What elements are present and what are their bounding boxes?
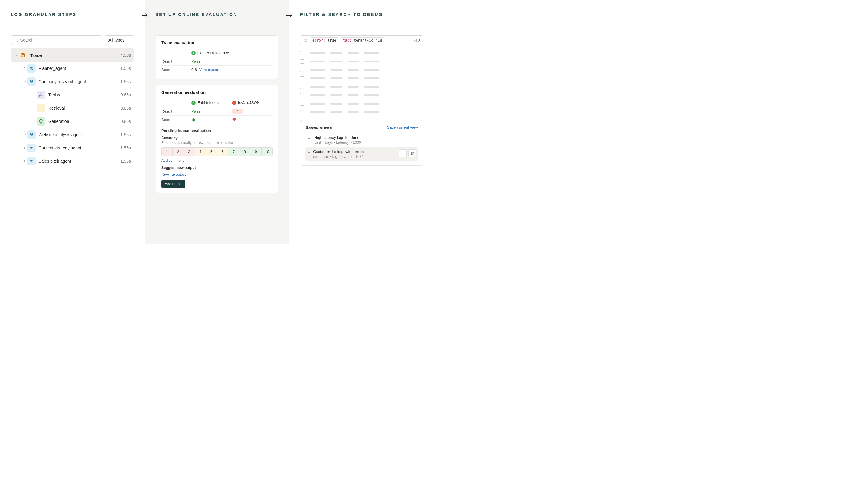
checkbox[interactable] (300, 110, 304, 114)
rating-button[interactable]: 2 (173, 148, 184, 156)
rating-button[interactable]: 4 (195, 148, 206, 156)
tree-row-label: Content strategy agent (38, 145, 121, 150)
arrow-icon (141, 12, 148, 19)
pending-eval-title: Pending human evaluation (161, 128, 273, 133)
saved-view-title: Customer 1's logs with errors (313, 150, 396, 154)
metric-label: isValidJSON (238, 100, 260, 105)
tree-row-time: 1.55s (121, 66, 131, 71)
skeleton-row (300, 110, 423, 114)
filter-chip-error[interactable]: error: true (310, 37, 338, 43)
trace-eval-title: Trace evaluation (161, 40, 273, 45)
result-fail-badge: Fail (232, 109, 243, 113)
divider (156, 27, 278, 27)
tree-row-time: 1.55s (121, 132, 131, 137)
accuracy-label: Accuracy (161, 136, 273, 140)
view-reason-link[interactable]: View reason (199, 68, 219, 72)
rewrite-output-link[interactable]: Re-write output (161, 172, 273, 176)
agent-icon (27, 157, 36, 165)
filter-search-bar[interactable]: error: true tag: tenant-id=418 RT0 (300, 35, 423, 45)
svg-point-0 (15, 38, 17, 41)
agent-icon (27, 77, 36, 86)
search-input[interactable]: Search (11, 35, 102, 45)
result-value: Pass (191, 109, 200, 113)
search-icon (304, 38, 308, 42)
row-label-score: Score (161, 67, 191, 72)
tree-row-label: Company research agent (38, 79, 121, 84)
arrow-icon (286, 12, 293, 19)
rating-buttons: 12345678910 (161, 147, 273, 156)
filter-chip-tag[interactable]: tag: tenant-id=418 (341, 37, 384, 43)
agent-icon (27, 144, 36, 152)
checkbox[interactable] (300, 76, 304, 80)
search-icon (14, 38, 19, 42)
tree-row-label: Retrieval (48, 106, 121, 110)
add-rating-button[interactable]: Add rating (161, 180, 185, 188)
rating-button[interactable]: 8 (239, 148, 250, 156)
rating-button[interactable]: 1 (161, 148, 173, 156)
checkbox[interactable] (300, 59, 304, 64)
chevron-down-icon[interactable] (14, 53, 19, 57)
rt0-label: RT0 (413, 38, 420, 42)
checkbox[interactable] (300, 85, 304, 89)
gen-icon (37, 117, 45, 126)
panel-log-steps: LOG GRANULAR STEPS Search All types Trac… (0, 0, 145, 244)
bookmark-icon (307, 135, 311, 140)
generation-eval-title: Generation evaluation (161, 90, 273, 95)
saved-views-title: Saved views (305, 125, 332, 130)
tree-row[interactable]: Content strategy agent1.55s (11, 141, 134, 155)
agent-icon (27, 64, 36, 73)
saved-view-item[interactable]: High latency logs for June Last 7 days •… (305, 133, 418, 147)
saved-views-card: Saved views Save current view High laten… (300, 120, 423, 166)
metric-label: Context relevance (197, 51, 229, 55)
tree-row[interactable]: Company research agent1.55s (11, 75, 134, 88)
tree-row-time: 1.55s (121, 159, 131, 164)
checkbox[interactable] (300, 68, 304, 72)
delete-button[interactable] (408, 150, 416, 157)
chevron-down-icon (126, 38, 130, 42)
chevron-right-icon[interactable] (22, 146, 27, 150)
tree-row[interactable]: Trace4.50s (11, 48, 134, 62)
divider (11, 27, 134, 27)
checkbox[interactable] (300, 51, 304, 55)
skeleton-row (300, 85, 423, 89)
thumbs-down-icon[interactable] (232, 118, 236, 122)
skeleton-row (300, 76, 423, 80)
add-comment-link[interactable]: Add comment (161, 158, 273, 163)
chevron-right-icon[interactable] (22, 67, 27, 70)
thumbs-up-icon[interactable] (191, 118, 195, 122)
tree-row-time: 0.85s (121, 119, 131, 124)
tool-icon (37, 91, 45, 99)
tree-row[interactable]: Website analysis agent1.55s (11, 128, 134, 141)
suggest-output-label: Suggest new output (161, 166, 273, 170)
chevron-down-icon[interactable] (22, 80, 27, 84)
rating-button[interactable]: 7 (228, 148, 239, 156)
saved-view-subtitle: Last 7 days • Latency > 1000 (314, 140, 361, 144)
chevron-right-icon[interactable] (22, 159, 27, 163)
rating-button[interactable]: 9 (250, 148, 261, 156)
tree-row[interactable]: Generation0.85s (11, 115, 134, 128)
rating-button[interactable]: 3 (184, 148, 195, 156)
chevron-down-icon[interactable] (22, 133, 27, 136)
tree-row[interactable]: Tool call0.65s (11, 88, 134, 101)
save-current-view-link[interactable]: Save current view (387, 125, 418, 130)
edit-button[interactable] (399, 150, 407, 157)
rating-button[interactable]: 5 (206, 148, 217, 156)
rating-button[interactable]: 6 (217, 148, 228, 156)
checkbox[interactable] (300, 101, 304, 106)
rating-button[interactable]: 10 (261, 148, 273, 156)
tree-row-time: 1.55s (121, 145, 131, 150)
saved-view-title: High latency logs for June (314, 135, 361, 140)
trace-icon (19, 51, 27, 59)
type-filter-select[interactable]: All types (104, 35, 134, 45)
tree-row-time: 0.85s (121, 106, 131, 110)
metric-fail-icon: ! (232, 101, 236, 105)
skeleton-row (300, 101, 423, 106)
tree-row[interactable]: Retrieval0.85s (11, 101, 134, 115)
saved-view-item[interactable]: Customer 1's logs with errors error: tru… (305, 147, 418, 161)
tree-row-label: Website analysis agent (38, 132, 121, 137)
tree-row[interactable]: Planner_agent1.55s (11, 62, 134, 75)
saved-view-subtitle: error: true • tag: tenant-id: 1234 (313, 155, 396, 159)
tree-row[interactable]: Sales pitch agent1.55s (11, 155, 134, 168)
score-value: 0.6 (191, 67, 197, 72)
checkbox[interactable] (300, 93, 304, 97)
